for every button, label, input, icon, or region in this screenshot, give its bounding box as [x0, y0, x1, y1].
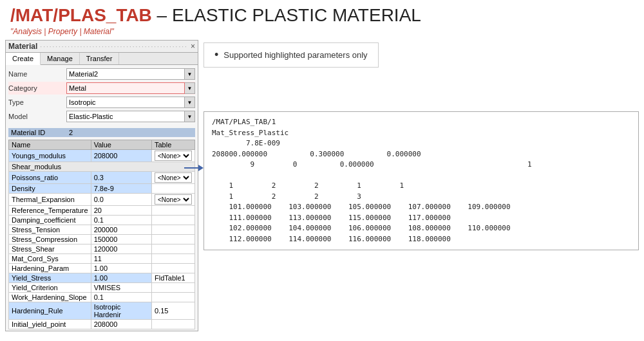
model-input-wrapper: ▼ — [66, 111, 195, 122]
bullet-note: • Supported highlighted parameters only — [204, 42, 379, 68]
subtitle: "Analysis | Property | Material" — [10, 27, 634, 36]
prop-value-cell: 208000 — [91, 320, 151, 329]
type-row: Type ▼ — [8, 96, 195, 109]
close-icon[interactable]: × — [191, 42, 195, 51]
table-row: Damping_coefficient0.1 — [9, 216, 195, 225]
prop-table-cell — [152, 235, 195, 244]
table-row: Stress_Compression150000 — [9, 235, 195, 244]
col-value: Value — [91, 140, 151, 150]
prop-value-cell: 0.3 — [91, 172, 151, 184]
mat-id-value: 2 — [69, 129, 73, 136]
right-panel: • Supported highlighted parameters only … — [204, 40, 639, 331]
code-box: /MAT/PLAS_TAB/1 Mat_Stress_Plastic 7.8E-… — [204, 111, 639, 250]
bullet-note-text: Supported highlighted parameters only — [223, 50, 367, 60]
header: /MAT/PLAS_TAB – ELASTIC PLASTIC MATERIAL… — [0, 0, 644, 37]
code-area: /MAT/PLAS_TAB/1 Mat_Stress_Plastic 7.8E-… — [204, 86, 639, 250]
category-row: Category ▼ — [8, 82, 195, 95]
model-row: Model ▼ — [8, 110, 195, 123]
prop-value-cell: Isotropic Hardenir — [91, 302, 151, 320]
category-input-wrapper: ▼ — [66, 82, 195, 94]
prop-value-cell: VMISES — [91, 283, 151, 293]
bullet-dot: • — [214, 48, 218, 62]
prop-value-cell: 1.00 — [91, 273, 151, 283]
prop-table-cell — [152, 283, 195, 293]
prop-value-cell: 120000 — [91, 244, 151, 254]
mat-id-row: Material ID 2 — [8, 128, 195, 137]
main-layout: Material ·······························… — [0, 37, 644, 334]
prop-name-cell: Stress_Compression — [9, 235, 91, 244]
prop-name-cell: Mat_Cord_Sys — [9, 254, 91, 264]
mat-id-label: Material ID — [11, 129, 69, 136]
category-input[interactable] — [66, 82, 185, 94]
arrow-icon — [184, 161, 204, 174]
page-title: /MAT/PLAS_TAB – ELASTIC PLASTIC MATERIAL — [10, 5, 634, 26]
col-name: Name — [9, 140, 91, 150]
code-content: /MAT/PLAS_TAB/1 Mat_Stress_Plastic 7.8E-… — [212, 117, 630, 244]
table-row: Density7.8e-9 — [9, 184, 195, 194]
prop-name-cell: Hardening_Rule — [9, 302, 91, 320]
panel-title: Material — [8, 42, 37, 51]
prop-name-cell: Yield_Criterion — [9, 283, 91, 293]
tab-create[interactable]: Create — [6, 53, 41, 65]
prop-value-cell: 20 — [91, 206, 151, 216]
table-row: Yield_Stress1.00FldTable1 — [9, 273, 195, 283]
material-panel: Material ·······························… — [5, 40, 198, 331]
type-dropdown-arrow[interactable]: ▼ — [185, 97, 195, 108]
prop-name-cell: Initial_yield_point — [9, 320, 91, 329]
table-row: Poissons_ratio0.3<None> — [9, 172, 195, 184]
prop-value-cell: 0.1 — [91, 216, 151, 225]
table-row: Thermal_Expansion0.0<None> — [9, 194, 195, 206]
prop-table-cell — [152, 264, 195, 273]
prop-name-cell: Stress_Shear — [9, 244, 91, 254]
name-label: Name — [8, 70, 66, 78]
category-dropdown-arrow[interactable]: ▼ — [185, 82, 195, 94]
prop-name-cell: Hardening_Param — [9, 264, 91, 273]
prop-value-cell: 11 — [91, 254, 151, 264]
prop-name-cell: Yield_Stress — [9, 273, 91, 283]
model-input[interactable] — [66, 111, 185, 122]
form-section: Name ▼ Category ▼ Type ▼ — [6, 65, 198, 127]
prop-value-cell: 1.00 — [91, 264, 151, 273]
prop-table-cell: <None> — [152, 150, 195, 162]
prop-table-cell — [152, 244, 195, 254]
prop-name-cell: Thermal_Expansion — [9, 194, 91, 206]
property-table: Name Value Table Youngs_modulus208000<No… — [8, 140, 195, 329]
prop-value-cell: 0.1 — [91, 293, 151, 302]
prop-name-cell: Density — [9, 184, 91, 194]
prop-table-cell — [152, 206, 195, 216]
name-input[interactable] — [66, 68, 185, 80]
prop-name-cell: Damping_coefficient — [9, 216, 91, 225]
panel-title-bar: Material ·······························… — [6, 41, 198, 53]
table-row: Hardening_RuleIsotropic Hardenir0.15 — [9, 302, 195, 320]
prop-name-cell: Reference_Temperature — [9, 206, 91, 216]
tab-transfer[interactable]: Transfer — [80, 53, 120, 64]
table-row: Initial_yield_point208000 — [9, 320, 195, 329]
category-label: Category — [8, 84, 66, 92]
table-row: Stress_Tension200000 — [9, 225, 195, 235]
model-label: Model — [8, 113, 66, 120]
prop-name-cell: Work_Hardening_Slope — [9, 293, 91, 302]
prop-value-cell: 200000 — [91, 225, 151, 235]
table-row: Hardening_Param1.00 — [9, 264, 195, 273]
prop-name-cell: Youngs_modulus — [9, 150, 91, 162]
panel-dots: ········································… — [40, 43, 188, 50]
table-row: Youngs_modulus208000<None> — [9, 150, 195, 162]
tab-manage[interactable]: Manage — [41, 53, 80, 64]
title-red: /MAT/PLAS_TAB — [10, 5, 152, 25]
col-table: Table — [152, 140, 195, 150]
prop-table-cell — [152, 225, 195, 235]
table-row: Stress_Shear120000 — [9, 244, 195, 254]
name-dropdown-arrow[interactable]: ▼ — [185, 68, 195, 80]
type-input[interactable] — [66, 97, 185, 108]
prop-table-cell: 0.15 — [152, 302, 195, 320]
prop-table-cell — [152, 320, 195, 329]
model-dropdown-arrow[interactable]: ▼ — [185, 111, 195, 122]
table-select[interactable]: <None> — [155, 194, 192, 205]
property-table-section: Name Value Table Youngs_modulus208000<No… — [6, 138, 198, 331]
type-label: Type — [8, 98, 66, 106]
prop-name-cell: Poissons_ratio — [9, 172, 91, 184]
type-input-wrapper: ▼ — [66, 97, 195, 108]
table-row: Reference_Temperature20 — [9, 206, 195, 216]
table-select[interactable]: <None> — [155, 151, 192, 161]
prop-table-cell: <None> — [152, 194, 195, 206]
